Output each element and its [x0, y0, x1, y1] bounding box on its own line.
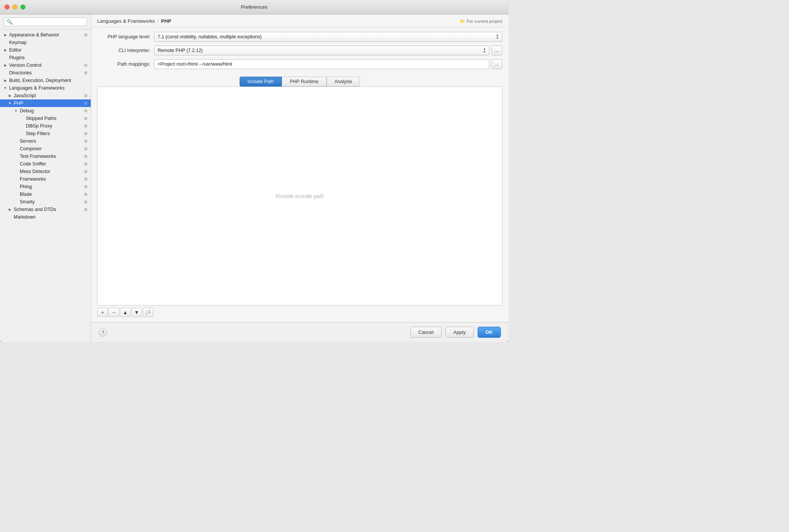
ok-button[interactable]: OK	[478, 327, 501, 338]
sidebar-item-servers[interactable]: Servers ⚙	[0, 137, 91, 145]
arrow-icon: ▶	[3, 48, 8, 52]
path-mappings-browse-button[interactable]: ...	[492, 59, 502, 69]
add-button[interactable]: +	[97, 308, 108, 317]
tab-php-runtime[interactable]: PHP Runtime	[282, 77, 327, 87]
sidebar-item-code-sniffer[interactable]: Code Sniffer ⚙	[0, 160, 91, 168]
cli-interpreter-value: Remote PHP (7.2.12)	[158, 48, 203, 53]
settings-icon: ⚙	[84, 101, 88, 106]
settings-icon: ⚙	[84, 200, 88, 205]
settings-icon: ⚙	[84, 177, 88, 182]
sidebar-item-editor[interactable]: ▶ Editor	[0, 46, 91, 54]
settings-icon: ⚙	[84, 109, 88, 113]
sidebar-item-mess-detector[interactable]: Mess Detector ⚙	[0, 168, 91, 175]
sidebar-item-label: DBGp Proxy	[26, 123, 52, 129]
traffic-lights	[5, 5, 25, 9]
php-language-level-value: 7.1 (const visibility, nullables, multip…	[158, 34, 262, 39]
path-mappings-input[interactable]: <Project root>/html→/var/www/html	[154, 59, 489, 69]
sidebar-item-label: Markdown	[14, 214, 36, 220]
sidebar-item-skipped-paths[interactable]: Skipped Paths ⚙	[0, 115, 91, 122]
php-language-level-select[interactable]: 7.1 (const visibility, nullables, multip…	[154, 32, 502, 42]
sort-button[interactable]: 1 2	[143, 308, 153, 317]
settings-icon: ⚙	[84, 116, 88, 121]
arrow-icon: ▶	[3, 79, 8, 82]
sidebar-item-javascript[interactable]: ▶ JavaScript ⚙	[0, 92, 91, 99]
settings-icon: ⚙	[84, 154, 88, 159]
sidebar-item-blade[interactable]: Blade ⚙	[0, 190, 91, 198]
arrow-icon: ▶	[3, 63, 8, 67]
cli-interpreter-select[interactable]: Remote PHP (7.2.12) ▲▼	[154, 46, 489, 55]
move-up-button[interactable]: ▲	[120, 308, 131, 317]
sidebar-item-version-control[interactable]: ▶ Version Control ⚙	[0, 61, 91, 69]
path-mappings-value: <Project root>/html→/var/www/html	[158, 61, 232, 67]
path-mappings-control: <Project root>/html→/var/www/html ...	[154, 59, 502, 69]
settings-icon: ⚙	[84, 184, 88, 189]
main-content: 🔍 ▶ Appearance & Behavior ⚙ Keymap	[0, 14, 508, 342]
settings-icon: ⚙	[84, 139, 88, 144]
sidebar-item-label: Phing	[20, 184, 32, 189]
search-input[interactable]	[14, 19, 84, 25]
sidebar-item-keymap[interactable]: Keymap	[0, 39, 91, 46]
svg-text:2: 2	[146, 313, 147, 315]
sidebar-item-smarty[interactable]: Smarty ⚙	[0, 198, 91, 206]
for-project-label: 📁 For current project	[460, 19, 502, 24]
project-icon: 📁	[460, 19, 465, 24]
sidebar-item-label: Servers	[20, 139, 36, 144]
sidebar-item-appearance[interactable]: ▶ Appearance & Behavior ⚙	[0, 31, 91, 39]
sidebar-item-languages[interactable]: ▼ Languages & Frameworks	[0, 84, 91, 92]
sidebar-item-label: Directories	[9, 70, 32, 76]
include-path-toolbar: + − ▲ ▼ 1 2	[97, 305, 502, 318]
sidebar-item-schemas[interactable]: ▶ Schemas and DTDs ⚙	[0, 206, 91, 213]
settings-icon: ⚙	[84, 131, 88, 136]
select-arrows-icon: ▲▼	[496, 34, 499, 40]
breadcrumb-parent: Languages & Frameworks	[97, 18, 155, 24]
sidebar-item-plugins[interactable]: Plugins	[0, 54, 91, 61]
sidebar-item-directories[interactable]: Directories ⚙	[0, 69, 91, 77]
sidebar-item-dbgp[interactable]: DBGp Proxy ⚙	[0, 122, 91, 130]
titlebar: Preferences	[0, 0, 508, 14]
right-panel: Languages & Frameworks › PHP 📁 For curre…	[91, 14, 508, 342]
sidebar-item-debug[interactable]: ▼ Debug ⚙	[0, 107, 91, 115]
arrow-icon: ▶	[8, 208, 12, 211]
cli-interpreter-browse-button[interactable]: ...	[492, 46, 502, 55]
sidebar-item-test-frameworks[interactable]: Test Frameworks ⚙	[0, 153, 91, 160]
tab-analysis[interactable]: Analysis	[327, 77, 360, 87]
apply-button[interactable]: Apply	[445, 327, 474, 338]
help-button[interactable]: ?	[99, 328, 107, 337]
settings-icon: ⚙	[84, 207, 88, 212]
sidebar-item-composer[interactable]: Composer ⚙	[0, 145, 91, 153]
sidebar-item-php[interactable]: ▼ PHP ⚙	[0, 99, 91, 107]
search-wrapper[interactable]: 🔍	[4, 17, 87, 26]
settings-icon: ⚙	[84, 33, 88, 38]
minimize-button[interactable]	[13, 5, 17, 9]
settings-icon: ⚙	[84, 124, 88, 129]
sidebar-item-phing[interactable]: Phing ⚙	[0, 183, 91, 190]
sidebar-item-label: Keymap	[9, 40, 27, 45]
sidebar-item-label: Editor	[9, 47, 22, 53]
remove-button[interactable]: −	[109, 308, 119, 317]
sidebar-item-label: Debug	[20, 108, 34, 113]
sidebar-item-step-filters[interactable]: Step Filters ⚙	[0, 130, 91, 137]
path-mappings-label: Path mappings:	[97, 61, 150, 67]
sidebar-item-label: Build, Execution, Deployment	[9, 78, 71, 83]
sidebar-item-build[interactable]: ▶ Build, Execution, Deployment	[0, 77, 91, 84]
php-language-level-control: 7.1 (const visibility, nullables, multip…	[154, 32, 502, 42]
sidebar-item-label: Schemas and DTDs	[14, 207, 56, 212]
close-button[interactable]	[5, 5, 9, 9]
cancel-button[interactable]: Cancel	[410, 327, 442, 338]
sidebar-item-label: Frameworks	[20, 176, 46, 182]
sidebar-item-frameworks[interactable]: Frameworks ⚙	[0, 175, 91, 183]
sidebar-item-label: Code Sniffer	[20, 161, 46, 167]
maximize-button[interactable]	[21, 5, 25, 9]
sidebar-item-label: Skipped Paths	[26, 116, 57, 121]
sidebar-item-label: Appearance & Behavior	[9, 32, 59, 38]
php-language-level-row: PHP language level: 7.1 (const visibilit…	[97, 32, 502, 42]
bottom-bar: ? Cancel Apply OK	[91, 322, 508, 342]
move-down-button[interactable]: ▼	[131, 308, 142, 317]
preferences-window: Preferences 🔍 ▶ Appearance & Behavior ⚙	[0, 0, 508, 342]
include-path-panel: Provide include path + − ▲ ▼ 1 2	[91, 87, 508, 322]
arrow-icon: ▼	[3, 86, 8, 90]
sort-icon: 1 2	[145, 310, 151, 315]
sidebar-item-markdown[interactable]: Markdown	[0, 213, 91, 221]
tab-include-path[interactable]: Include Path	[240, 77, 282, 87]
settings-icon: ⚙	[84, 169, 88, 174]
